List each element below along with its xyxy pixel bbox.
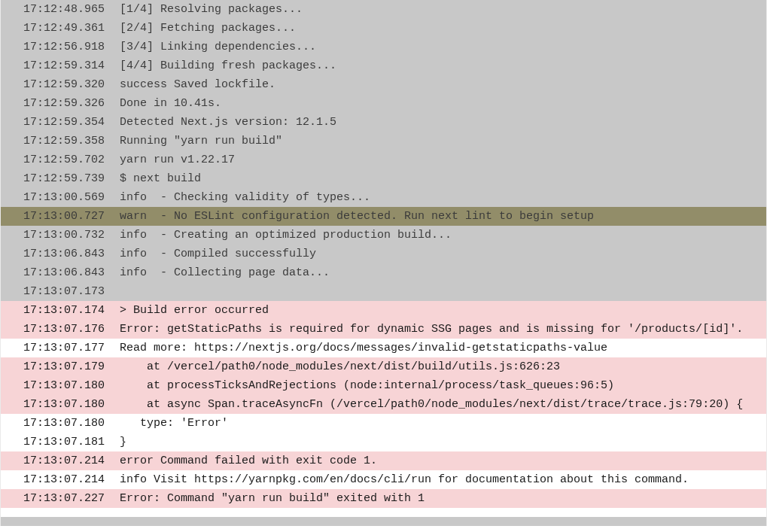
- log-timestamp: 17:13:07.174: [23, 301, 120, 320]
- log-message: [4/4] Building fresh packages...: [120, 56, 336, 75]
- log-message: $ next build: [120, 169, 201, 188]
- log-timestamp: 17:13:00.569: [23, 188, 120, 207]
- log-message: at async Span.traceAsyncFn (/vercel/path…: [120, 395, 743, 414]
- log-timestamp: 17:13:07.180: [23, 376, 120, 395]
- log-message: Running "yarn run build": [120, 132, 282, 150]
- log-timestamp: 17:13:07.176: [23, 320, 120, 339]
- log-message: info - Compiled successfully: [120, 245, 316, 263]
- log-row[interactable]: 17:13:07.180 at processTicksAndRejection…: [1, 376, 766, 395]
- log-timestamp: 17:12:59.739: [23, 169, 120, 188]
- log-row[interactable]: 17:12:59.354Detected Next.js version: 12…: [1, 113, 766, 132]
- log-timestamp: 17:12:48.965: [23, 0, 120, 19]
- log-timestamp: 17:13:06.843: [23, 245, 120, 263]
- log-message: success Saved lockfile.: [120, 75, 275, 94]
- log-message: }: [120, 433, 126, 451]
- log-message: Detected Next.js version: 12.1.5: [120, 113, 336, 132]
- log-message: [2/4] Fetching packages...: [120, 19, 296, 38]
- log-row[interactable]: 17:13:07.214info Visit https://yarnpkg.c…: [1, 470, 766, 489]
- log-row[interactable]: 17:12:59.314[4/4] Building fresh package…: [1, 56, 766, 75]
- log-row[interactable]: 17:13:06.843info - Compiled successfully: [1, 245, 766, 263]
- log-timestamp: 17:13:07.179: [23, 357, 120, 376]
- log-message: info - Collecting page data...: [120, 263, 330, 282]
- log-row[interactable]: 17:12:56.918[3/4] Linking dependencies..…: [1, 38, 766, 56]
- log-timestamp: 17:12:59.358: [23, 132, 120, 150]
- log-bottom-padding: [1, 508, 766, 517]
- log-row[interactable]: 17:13:00.569info - Checking validity of …: [1, 188, 766, 207]
- log-timestamp: 17:13:07.214: [23, 470, 120, 489]
- log-message: > Build error occurred: [120, 301, 269, 320]
- build-log[interactable]: 17:12:48.965[1/4] Resolving packages...1…: [0, 0, 767, 526]
- log-row[interactable]: 17:13:07.181}: [1, 433, 766, 451]
- log-message: Read more: https://nextjs.org/docs/messa…: [120, 339, 607, 357]
- log-row[interactable]: 17:12:59.326Done in 10.41s.: [1, 94, 766, 113]
- log-message: [3/4] Linking dependencies...: [120, 38, 316, 56]
- log-row[interactable]: 17:12:59.320success Saved lockfile.: [1, 75, 766, 94]
- log-row[interactable]: 17:13:00.732info - Creating an optimized…: [1, 226, 766, 245]
- log-row[interactable]: 17:13:07.179 at /vercel/path0/node_modul…: [1, 357, 766, 376]
- log-message: at /vercel/path0/node_modules/next/dist/…: [120, 357, 560, 376]
- log-row[interactable]: 17:13:07.214error Command failed with ex…: [1, 451, 766, 470]
- log-row[interactable]: 17:13:07.176Error: getStaticPaths is req…: [1, 320, 766, 339]
- log-timestamp: 17:12:59.354: [23, 113, 120, 132]
- log-timestamp: 17:13:07.214: [23, 451, 120, 470]
- log-message: info - Creating an optimized production …: [120, 226, 452, 245]
- log-message: info - Checking validity of types...: [120, 188, 370, 207]
- log-row[interactable]: 17:13:07.180 type: 'Error': [1, 414, 766, 433]
- log-timestamp: 17:12:59.326: [23, 94, 120, 113]
- log-timestamp: 17:13:07.181: [23, 433, 120, 451]
- log-message: yarn run v1.22.17: [120, 150, 235, 169]
- log-message: type: 'Error': [120, 414, 228, 433]
- log-timestamp: 17:13:07.180: [23, 395, 120, 414]
- log-timestamp: 17:12:59.702: [23, 150, 120, 169]
- log-row[interactable]: 17:13:07.177Read more: https://nextjs.or…: [1, 339, 766, 357]
- log-row[interactable]: 17:13:06.843info - Collecting page data.…: [1, 263, 766, 282]
- log-row[interactable]: 17:13:07.227Error: Command "yarn run bui…: [1, 489, 766, 508]
- log-timestamp: 17:12:59.320: [23, 75, 120, 94]
- log-timestamp: 17:13:00.727: [23, 207, 120, 226]
- log-timestamp: 17:12:49.361: [23, 19, 120, 38]
- log-message: Error: Command "yarn run build" exited w…: [120, 489, 425, 508]
- log-timestamp: 17:13:07.173: [23, 282, 120, 301]
- log-message: error Command failed with exit code 1.: [120, 451, 377, 470]
- log-message: Done in 10.41s.: [120, 94, 221, 113]
- log-message: at processTicksAndRejections (node:inter…: [120, 376, 614, 395]
- log-row[interactable]: 17:12:59.358Running "yarn run build": [1, 132, 766, 150]
- log-timestamp: 17:13:07.227: [23, 489, 120, 508]
- log-row[interactable]: 17:13:07.174> Build error occurred: [1, 301, 766, 320]
- log-row[interactable]: 17:13:07.173: [1, 282, 766, 301]
- log-row[interactable]: 17:12:48.965[1/4] Resolving packages...: [1, 0, 766, 19]
- log-timestamp: 17:13:07.177: [23, 339, 120, 357]
- log-timestamp: 17:12:56.918: [23, 38, 120, 56]
- log-row[interactable]: 17:12:59.702yarn run v1.22.17: [1, 150, 766, 169]
- log-message: info Visit https://yarnpkg.com/en/docs/c…: [120, 470, 689, 489]
- log-message: warn - No ESLint configuration detected.…: [120, 207, 594, 226]
- log-message: Error: getStaticPaths is required for dy…: [120, 320, 743, 339]
- log-timestamp: 17:13:06.843: [23, 263, 120, 282]
- log-row[interactable]: 17:12:49.361[2/4] Fetching packages...: [1, 19, 766, 38]
- log-row[interactable]: 17:13:07.180 at async Span.traceAsyncFn …: [1, 395, 766, 414]
- log-trailing-dim: [1, 517, 766, 526]
- log-message: [1/4] Resolving packages...: [120, 0, 303, 19]
- log-timestamp: 17:13:07.180: [23, 414, 120, 433]
- log-timestamp: 17:12:59.314: [23, 56, 120, 75]
- log-row[interactable]: 17:13:00.727warn - No ESLint configurati…: [1, 207, 766, 226]
- log-row[interactable]: 17:12:59.739$ next build: [1, 169, 766, 188]
- log-timestamp: 17:13:00.732: [23, 226, 120, 245]
